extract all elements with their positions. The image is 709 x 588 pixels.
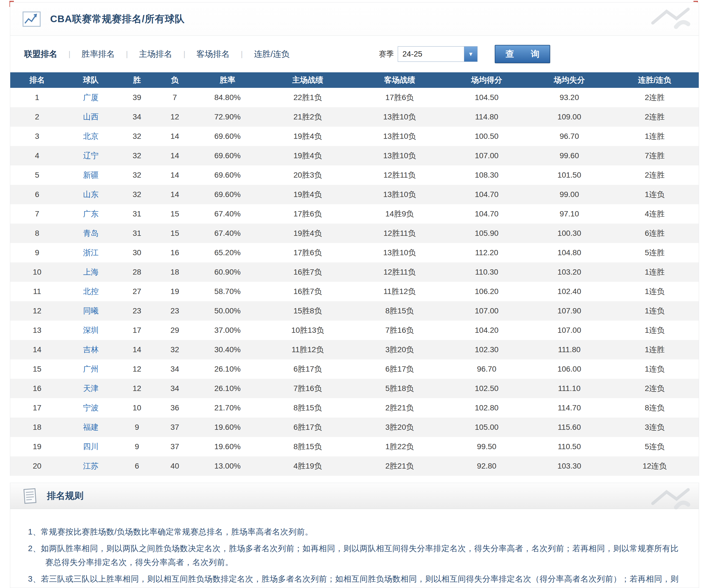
table-cell: 12连负 <box>611 456 699 476</box>
table-cell: 6连胜 <box>611 223 699 243</box>
table-cell: 102.80 <box>445 398 528 418</box>
table-cell: 37 <box>156 437 193 456</box>
table-row: 8青岛311567.40%19胜4负12胜11负105.90100.306连胜 <box>10 223 699 243</box>
table-cell: 19胜4负 <box>262 127 354 146</box>
table-cell: 5连负 <box>611 437 699 456</box>
rule-item: 2、如两队胜率相同，则以两队之间胜负场数决定名次，胜场多者名次列前；如再相同，则… <box>28 542 681 569</box>
table-cell: 21.70% <box>193 398 262 418</box>
table-row: 4辽宁321469.60%19胜4负13胜10负107.0099.607连胜 <box>10 146 699 165</box>
team-name-link[interactable]: 江苏 <box>64 456 118 476</box>
table-cell: 107.90 <box>528 301 611 321</box>
team-name-link[interactable]: 吉林 <box>64 340 118 359</box>
table-cell: 69.60% <box>193 185 262 204</box>
table-cell: 8 <box>10 223 64 243</box>
column-header: 胜 <box>118 72 156 88</box>
team-name-link[interactable]: 广厦 <box>64 88 118 107</box>
rule-item: 3、若三队或三队以上胜率相同，则以相互间胜负场数排定名次，胜场多者名次列前；如相… <box>28 572 681 588</box>
table-row: 13深圳172937.00%10胜13负7胜16负104.20107.001连负 <box>10 321 699 340</box>
column-header: 主场战绩 <box>262 72 354 88</box>
query-button[interactable]: 查 询 <box>495 45 550 63</box>
table-cell: 14 <box>118 340 156 359</box>
table-cell: 2连胜 <box>611 107 699 127</box>
table-cell: 50.00% <box>193 301 262 321</box>
table-cell: 105.90 <box>445 223 528 243</box>
rules-header: 排名规则 <box>10 483 699 509</box>
team-name-link[interactable]: 北控 <box>64 282 118 301</box>
table-cell: 6胜17负 <box>262 359 354 379</box>
team-name-link[interactable]: 同曦 <box>64 301 118 321</box>
team-name-link[interactable]: 山东 <box>64 185 118 204</box>
table-cell: 114.70 <box>528 398 611 418</box>
table-cell: 1连负 <box>611 301 699 321</box>
table-cell: 10 <box>118 398 156 418</box>
table-cell: 58.70% <box>193 282 262 301</box>
team-name-link[interactable]: 浙江 <box>64 243 118 262</box>
table-cell: 12胜11负 <box>354 262 445 282</box>
team-name-link[interactable]: 福建 <box>64 418 118 437</box>
column-header: 球队 <box>64 72 118 88</box>
team-name-link[interactable]: 北京 <box>64 127 118 146</box>
table-cell: 96.70 <box>445 359 528 379</box>
team-name-link[interactable]: 辽宁 <box>64 146 118 165</box>
team-name-link[interactable]: 天津 <box>64 379 118 398</box>
team-name-link[interactable]: 广东 <box>64 204 118 223</box>
table-cell: 1 <box>10 88 64 107</box>
table-cell: 106.00 <box>528 359 611 379</box>
table-cell: 19胜4负 <box>262 146 354 165</box>
table-cell: 3 <box>10 127 64 146</box>
document-icon <box>22 488 37 504</box>
rule-item: 1、常规赛按比赛胜场数/负场数比率确定常规赛总排名，胜场率高者名次列前。 <box>28 525 681 539</box>
table-cell: 16胜7负 <box>262 282 354 301</box>
table-cell: 34 <box>118 107 156 127</box>
table-cell: 12 <box>10 301 64 321</box>
table-cell: 23 <box>118 301 156 321</box>
nav-item-1[interactable]: 胜率排名 <box>80 49 116 60</box>
team-name-link[interactable]: 上海 <box>64 262 118 282</box>
column-header: 排名 <box>10 72 64 88</box>
nav-separator: | <box>241 50 243 58</box>
team-name-link[interactable]: 新疆 <box>64 165 118 185</box>
table-cell: 13胜10负 <box>354 107 445 127</box>
nav-item-2[interactable]: 主场排名 <box>137 49 174 60</box>
table-cell: 10胜13负 <box>262 321 354 340</box>
table-cell: 14 <box>156 185 193 204</box>
column-header: 客场战绩 <box>354 72 445 88</box>
table-cell: 11胜12负 <box>354 282 445 301</box>
table-cell: 34 <box>156 379 193 398</box>
team-name-link[interactable]: 山西 <box>64 107 118 127</box>
nav-item-0[interactable]: 联盟排名 <box>22 49 59 60</box>
table-cell: 15 <box>156 204 193 223</box>
table-header-row: 排名球队胜负胜率主场战绩客场战绩场均得分场均失分连胜/连负 <box>10 72 699 88</box>
table-cell: 4连胜 <box>611 204 699 223</box>
dropdown-arrow-icon[interactable]: ▼ <box>464 47 477 61</box>
table-cell: 17胜6负 <box>354 88 445 107</box>
team-name-link[interactable]: 广州 <box>64 359 118 379</box>
table-cell: 17胜6负 <box>262 243 354 262</box>
table-cell: 7 <box>156 88 193 107</box>
season-select[interactable]: 24-25 ▼ <box>398 46 478 62</box>
team-name-link[interactable]: 深圳 <box>64 321 118 340</box>
table-cell: 102.50 <box>445 379 528 398</box>
table-cell: 3连负 <box>611 418 699 437</box>
table-cell: 105.00 <box>445 418 528 437</box>
table-cell: 19胜4负 <box>262 185 354 204</box>
nav-item-4[interactable]: 连胜/连负 <box>252 49 291 60</box>
table-cell: 15胜8负 <box>262 301 354 321</box>
table-row: 12同曦232350.00%15胜8负8胜15负107.00107.901连负 <box>10 301 699 321</box>
nav-item-3[interactable]: 客场排名 <box>195 49 231 60</box>
table-cell: 3胜20负 <box>354 418 445 437</box>
team-name-link[interactable]: 四川 <box>64 437 118 456</box>
rules-panel: 排名规则 1、常规赛按比赛胜场数/负场数比率确定常规赛总排名，胜场率高者名次列前… <box>10 483 699 588</box>
table-cell: 104.20 <box>445 321 528 340</box>
table-cell: 1连负 <box>611 359 699 379</box>
table-cell: 29 <box>156 321 193 340</box>
table-cell: 1连负 <box>611 282 699 301</box>
table-cell: 20 <box>10 456 64 476</box>
season-area: 赛季 24-25 ▼ 查 询 <box>379 45 550 63</box>
table-cell: 26.10% <box>193 379 262 398</box>
team-name-link[interactable]: 宁波 <box>64 398 118 418</box>
table-body: 1广厦39784.80%22胜1负17胜6负104.5093.202连胜2山西3… <box>10 88 699 476</box>
season-label: 赛季 <box>379 49 394 59</box>
team-name-link[interactable]: 青岛 <box>64 223 118 243</box>
table-cell: 39 <box>118 88 156 107</box>
